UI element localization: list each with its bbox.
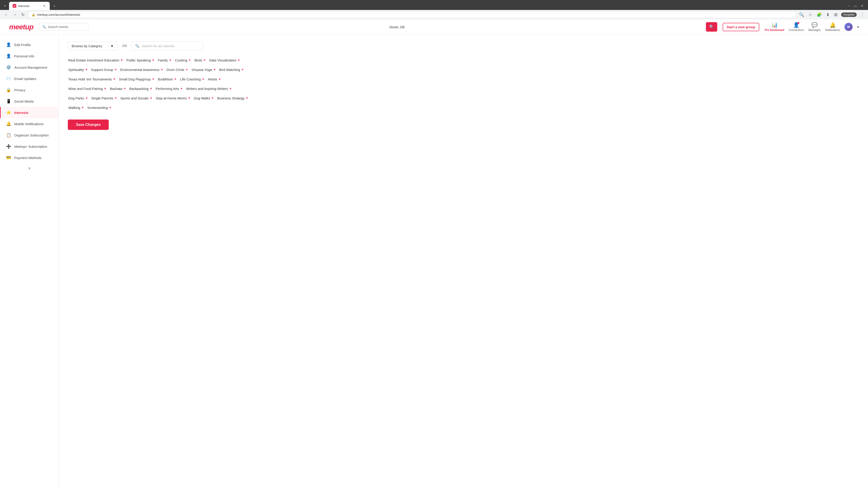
interest-birds[interactable]: Birds + xyxy=(194,57,206,63)
search-submit-btn[interactable]: 🔍 xyxy=(706,22,717,32)
search-interest-bar[interactable]: 🔍 Search for an interest xyxy=(131,41,204,51)
interest-add-icon[interactable]: + xyxy=(229,87,231,91)
interest-add-icon[interactable]: + xyxy=(150,96,152,100)
tab-expand-btn[interactable]: ▼ xyxy=(2,3,8,8)
sidebar-item-edit-profile[interactable]: 👤 Edit Profile xyxy=(0,39,59,51)
interest-walking[interactable]: Walking + xyxy=(68,105,84,110)
category-dropdown[interactable]: Browse by Category ▼ xyxy=(68,41,118,51)
interest-screenwriting[interactable]: Screenwriting + xyxy=(87,105,112,110)
interest-add-icon[interactable]: + xyxy=(115,96,117,100)
sidebar-item-privacy[interactable]: 🔒 Privacy xyxy=(0,84,59,96)
messages-btn[interactable]: 💬 Messages xyxy=(808,22,821,32)
notifications-btn[interactable]: 🔔 Notifications xyxy=(825,22,840,32)
interest-vinyasa-yoga[interactable]: Vinyasa Yoga + xyxy=(191,67,216,72)
interest-small-dog-playgroup[interactable]: Small Dog Playgroup + xyxy=(119,76,155,82)
interest-spirituality[interactable]: Spirituality + xyxy=(68,67,88,72)
interest-dog-walks[interactable]: Dog Walks + xyxy=(193,95,214,101)
settings-icon[interactable]: ⊞ xyxy=(833,11,838,18)
download-icon[interactable]: ⬇ xyxy=(825,11,831,18)
interest-stay-at-home-moms[interactable]: Stay-at-Home Moms + xyxy=(155,95,191,101)
restore-btn[interactable]: ▭ xyxy=(854,4,857,8)
interest-add-icon[interactable]: + xyxy=(82,105,84,109)
interest-add-icon[interactable]: + xyxy=(202,77,204,81)
interest-environmental-awareness[interactable]: Environmental Awareness + xyxy=(120,67,163,72)
interest-add-icon[interactable]: + xyxy=(186,68,188,72)
interest-writers[interactable]: Writers and Aspiring Writers + xyxy=(186,86,232,92)
interest-add-icon[interactable]: + xyxy=(115,68,117,72)
address-bar[interactable]: 🔒 meetup.com/account/interests/ xyxy=(28,11,796,18)
menu-icon[interactable]: ⋮ xyxy=(860,11,865,18)
sidebar-item-interests[interactable]: ⭐ Interests xyxy=(0,107,59,118)
interest-public-speaking[interactable]: Public Speaking + xyxy=(126,57,155,63)
minimize-btn[interactable]: ─ xyxy=(847,4,850,8)
interest-add-icon[interactable]: + xyxy=(161,68,163,72)
interest-add-icon[interactable]: + xyxy=(86,96,88,100)
interest-texas-holdem[interactable]: Texas Hold 'em Tournaments + xyxy=(68,76,116,82)
close-btn[interactable]: ✕ xyxy=(861,4,864,8)
location-display[interactable]: Dover, DE xyxy=(390,25,405,29)
start-group-btn[interactable]: Start a new group xyxy=(723,23,760,31)
interest-add-icon[interactable]: + xyxy=(241,68,243,72)
reload-btn[interactable]: ↻ xyxy=(20,11,26,18)
interest-add-icon[interactable]: + xyxy=(213,68,215,72)
sidebar-item-organizer-subscription[interactable]: 📋 Organizer Subscription xyxy=(0,129,59,141)
interest-add-icon[interactable]: + xyxy=(109,105,111,109)
extensions-icon[interactable]: 🧩 xyxy=(816,11,823,18)
interest-add-icon[interactable]: + xyxy=(189,58,191,62)
interest-sports-and-socials[interactable]: Sports and Socials + xyxy=(120,95,152,101)
interest-performing-arts[interactable]: Performing Arts + xyxy=(155,86,183,92)
active-tab[interactable]: m Interests ✕ xyxy=(9,2,50,10)
interest-add-icon[interactable]: + xyxy=(180,87,182,91)
new-tab-btn[interactable]: ＋ xyxy=(51,2,58,9)
connections-btn[interactable]: 👤 Connections xyxy=(789,22,804,32)
interest-buddhism[interactable]: Buddhism + xyxy=(157,76,177,82)
sidebar-item-personal-info[interactable]: 👤 Personal Info xyxy=(0,51,59,62)
interest-add-icon[interactable]: + xyxy=(174,77,176,81)
interest-add-icon[interactable]: + xyxy=(169,58,171,62)
pro-dashboard-btn[interactable]: 📊 Pro Dashboard xyxy=(765,22,784,32)
interest-add-icon[interactable]: + xyxy=(152,77,154,81)
sidebar-item-mobile-notifications[interactable]: 🔔 Mobile Notifications xyxy=(0,118,59,129)
sidebar-item-meetup-plus[interactable]: ➕ Meetup+ Subscription xyxy=(0,141,59,152)
sidebar-item-email-updates[interactable]: ✉️ Email Updates xyxy=(0,73,59,84)
back-btn[interactable]: ← xyxy=(3,11,9,18)
avatar[interactable]: M xyxy=(844,23,852,31)
interest-add-icon[interactable]: + xyxy=(246,96,248,100)
interest-family[interactable]: Family + xyxy=(157,57,172,63)
sidebar-item-account-management[interactable]: ⚙️ Account Management xyxy=(0,62,59,73)
interest-add-icon[interactable]: + xyxy=(121,58,123,62)
bookmark-icon[interactable]: ☆ xyxy=(808,11,813,18)
search-icon[interactable]: 🔍 xyxy=(798,11,805,18)
interest-life-coaching[interactable]: Life Coaching + xyxy=(180,76,205,82)
tab-close-btn[interactable]: ✕ xyxy=(42,4,46,8)
interest-add-icon[interactable]: + xyxy=(124,87,126,91)
interest-cooking[interactable]: Cooking + xyxy=(175,57,191,63)
search-bar[interactable]: 🔍 Search events xyxy=(39,23,89,31)
save-changes-button[interactable]: Save Changes xyxy=(68,120,109,130)
interest-add-icon[interactable]: + xyxy=(204,58,206,62)
logo[interactable]: meetup xyxy=(9,23,33,31)
interest-add-icon[interactable]: + xyxy=(219,77,221,81)
sidebar-item-payment-methods[interactable]: 💳 Payment Methods xyxy=(0,152,59,163)
interest-add-icon[interactable]: + xyxy=(104,87,106,91)
interest-drum-circle[interactable]: Drum Circle + xyxy=(166,67,188,72)
forward-btn[interactable]: → xyxy=(11,11,18,18)
interest-data-viz[interactable]: Data Visualization + xyxy=(209,57,240,63)
interest-add-icon[interactable]: + xyxy=(212,96,214,100)
sidebar-item-social-media[interactable]: 📱 Social Media xyxy=(0,96,59,107)
interest-artists[interactable]: Artists + xyxy=(207,76,221,82)
interest-add-icon[interactable]: + xyxy=(85,68,87,72)
interest-single-parents[interactable]: Single Parents + xyxy=(91,95,117,101)
interest-wine-food-pairing[interactable]: Wine and Food Pairing + xyxy=(68,86,107,92)
interest-dog-parks[interactable]: Dog Parks + xyxy=(68,95,88,101)
interest-backpacking[interactable]: Backpacking + xyxy=(129,86,152,92)
interest-add-icon[interactable]: + xyxy=(113,77,115,81)
interest-real-estate[interactable]: Real Estate Investment Education + xyxy=(68,57,123,63)
interest-bachata[interactable]: Bachata + xyxy=(110,86,126,92)
interest-bird-watching[interactable]: Bird Watching + xyxy=(219,67,244,72)
account-menu-chevron[interactable]: ▾ xyxy=(857,25,859,29)
interest-add-icon[interactable]: + xyxy=(238,58,240,62)
interest-add-icon[interactable]: + xyxy=(150,87,152,91)
interest-support-group[interactable]: Support Group + xyxy=(91,67,117,72)
interest-add-icon[interactable]: + xyxy=(188,96,190,100)
